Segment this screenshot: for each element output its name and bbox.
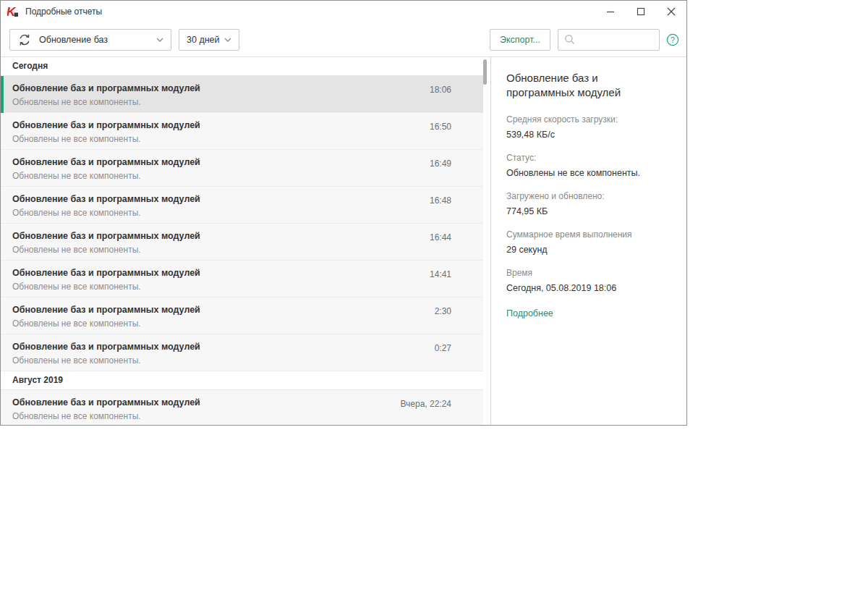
svg-text:?: ? — [671, 35, 675, 43]
detail-field-value: 29 секунд — [506, 243, 668, 256]
details-title: Обновление баз и программных модулей — [506, 71, 668, 101]
report-item-status: Обновлены не все компоненты. — [12, 171, 483, 181]
detail-field-label: Время — [506, 266, 668, 279]
period-value: 30 дней — [187, 35, 224, 45]
details-more-link[interactable]: Подробнее — [506, 308, 553, 318]
detail-field-label: Суммарное время выполнения — [506, 228, 668, 241]
report-item-title: Обновление баз и программных модулей — [12, 113, 483, 130]
report-item-time: 14:41 — [430, 269, 451, 279]
minimize-icon — [606, 7, 615, 16]
content-area: Сегодня Обновление баз и программных мод… — [1, 57, 686, 426]
kaspersky-logo-icon: K — [7, 6, 20, 18]
close-button[interactable] — [656, 1, 686, 22]
detailed-reports-window: K Подробные отчеты Обновление баз — [0, 0, 687, 426]
report-list: Сегодня Обновление баз и программных мод… — [1, 57, 483, 426]
list-section-header: Август 2019 — [1, 371, 483, 390]
detail-field: Время Сегодня, 05.08.2019 18:06 — [506, 266, 668, 295]
report-item-status: Обновлены не все компоненты. — [12, 245, 483, 255]
detail-field: Загружено и обновлено: 774,95 КБ — [506, 190, 668, 218]
report-list-pane: Сегодня Обновление баз и программных мод… — [1, 57, 491, 426]
period-dropdown[interactable]: 30 дней — [179, 29, 239, 51]
detail-field: Статус: Обновлены не все компоненты. — [506, 151, 668, 180]
report-item-time: 16:49 — [430, 159, 451, 169]
report-item-time: 0:27 — [435, 343, 451, 353]
report-item-time: 16:50 — [430, 122, 451, 132]
report-item-time: 18:06 — [430, 85, 451, 95]
report-type-value: Обновление баз — [39, 35, 156, 45]
list-scrollbar-thumb[interactable] — [483, 59, 487, 85]
detail-field: Средняя скорость загрузки: 539,48 КБ/с — [506, 113, 668, 141]
report-item-time: 2:30 — [435, 306, 451, 316]
detail-field: Суммарное время выполнения 29 секунд — [506, 228, 668, 256]
title-bar: K Подробные отчеты — [1, 1, 686, 22]
report-item-title: Обновление баз и программных модулей — [12, 298, 483, 315]
help-button[interactable]: ? — [666, 33, 679, 46]
report-item-title: Обновление баз и программных модулей — [12, 261, 483, 278]
chevron-down-icon — [224, 38, 231, 42]
detail-field-value: 774,95 КБ — [506, 205, 668, 218]
report-list-item[interactable]: Обновление баз и программных модулей Обн… — [1, 390, 483, 426]
chevron-down-icon — [156, 38, 163, 42]
report-item-status: Обновлены не все компоненты. — [12, 318, 483, 329]
export-button[interactable]: Экспорт... — [490, 29, 550, 51]
report-list-item[interactable]: Обновление баз и программных модулей Обн… — [1, 187, 483, 224]
list-section-header: Сегодня — [1, 57, 483, 76]
report-type-dropdown[interactable]: Обновление баз — [9, 29, 171, 51]
report-item-title: Обновление баз и программных модулей — [12, 150, 483, 167]
toolbar: Обновление баз 30 дней Экспорт... ? — [1, 22, 686, 57]
report-item-status: Обновлены не все компоненты. — [12, 411, 483, 421]
report-item-status: Обновлены не все компоненты. — [12, 282, 483, 292]
report-list-item[interactable]: Обновление баз и программных модулей Обн… — [1, 150, 483, 187]
report-item-title: Обновление баз и программных модулей — [12, 76, 483, 93]
report-item-time: 16:44 — [430, 232, 451, 242]
svg-text:K: K — [7, 6, 17, 18]
report-list-item[interactable]: Обновление баз и программных модулей Обн… — [1, 334, 483, 371]
question-circle-icon: ? — [666, 33, 679, 46]
maximize-button[interactable] — [626, 1, 656, 22]
report-item-status: Обновлены не все компоненты. — [12, 208, 483, 218]
report-item-status: Обновлены не все компоненты. — [12, 355, 483, 366]
detail-field-label: Статус: — [506, 151, 668, 164]
search-input[interactable] — [579, 34, 653, 46]
detail-field-label: Средняя скорость загрузки: — [506, 113, 668, 126]
maximize-icon — [637, 7, 645, 16]
report-item-title: Обновление баз и программных модулей — [12, 187, 483, 204]
report-item-status: Обновлены не все компоненты. — [12, 97, 483, 107]
close-icon — [667, 7, 676, 16]
report-item-time: 16:48 — [430, 195, 451, 206]
detail-field-value: 539,48 КБ/с — [506, 128, 668, 141]
report-item-time: Вчера, 22:24 — [400, 399, 451, 409]
window-title: Подробные отчеты — [25, 7, 102, 17]
detail-field-value: Сегодня, 05.08.2019 18:06 — [506, 282, 668, 295]
minimize-button[interactable] — [595, 1, 626, 22]
report-item-status: Обновлены не все компоненты. — [12, 134, 483, 144]
report-list-item[interactable]: Обновление баз и программных модулей Обн… — [1, 76, 483, 113]
report-list-item[interactable]: Обновление баз и программных модулей Обн… — [1, 113, 483, 150]
report-details-pane: Обновление баз и программных модулей Сре… — [491, 57, 686, 426]
details-fields: Средняя скорость загрузки: 539,48 КБ/с С… — [506, 113, 668, 295]
report-list-item[interactable]: Обновление баз и программных модулей Обн… — [1, 224, 483, 261]
report-item-title: Обновление баз и программных модулей — [12, 334, 483, 352]
window-controls — [595, 1, 686, 22]
search-box — [558, 29, 660, 51]
report-item-title: Обновление баз и программных модулей — [12, 224, 483, 241]
detail-field-value: Обновлены не все компоненты. — [506, 166, 668, 180]
detail-field-label: Загружено и обновлено: — [506, 190, 668, 203]
search-icon — [564, 34, 575, 45]
report-list-item[interactable]: Обновление баз и программных модулей Обн… — [1, 298, 483, 334]
report-list-item[interactable]: Обновление баз и программных модулей Обн… — [1, 261, 483, 298]
refresh-icon — [17, 33, 32, 47]
